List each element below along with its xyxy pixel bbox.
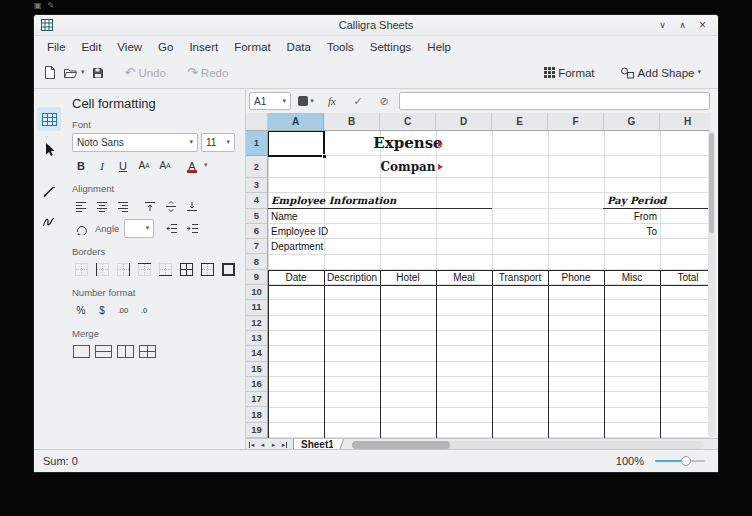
cell-C9[interactable]: Hotel: [380, 270, 436, 285]
new-document-button[interactable]: [43, 65, 56, 80]
merge-horizontal-button[interactable]: [94, 342, 113, 361]
horizontal-scrollbar[interactable]: [352, 441, 704, 449]
selection-border[interactable]: [268, 131, 325, 157]
row-header-2[interactable]: 2: [246, 156, 267, 178]
vertical-scrollbar-handle[interactable]: [709, 133, 714, 233]
border-box-button[interactable]: [198, 260, 216, 279]
freehand-tool-button[interactable]: [37, 209, 61, 233]
column-header-E[interactable]: E: [492, 113, 548, 130]
cell-C1[interactable]: Expense: [324, 131, 492, 156]
cell-B9[interactable]: Description: [324, 270, 380, 285]
column-header-H[interactable]: H: [660, 113, 710, 130]
row-header-16[interactable]: 16: [246, 377, 267, 392]
minimize-button[interactable]: ∨: [655, 18, 670, 33]
row-header-5[interactable]: 5: [246, 209, 267, 224]
column-header-D[interactable]: D: [436, 113, 492, 130]
cell-tool-button[interactable]: [37, 107, 61, 131]
formula-input[interactable]: [399, 92, 710, 110]
row-header-15[interactable]: 15: [246, 362, 267, 377]
open-document-button[interactable]: ▾: [63, 67, 85, 79]
underline-button[interactable]: U: [114, 156, 132, 175]
cell-A4[interactable]: Employee Information: [271, 193, 396, 208]
border-right-button[interactable]: [114, 260, 132, 279]
row-header-18[interactable]: 18: [246, 408, 267, 423]
apply-button[interactable]: ✓: [347, 92, 369, 110]
menu-settings[interactable]: Settings: [362, 39, 420, 55]
horizontal-scrollbar-handle[interactable]: [352, 441, 450, 449]
redo-button[interactable]: ↷ Redo: [187, 66, 228, 80]
select-all-corner[interactable]: [246, 113, 268, 130]
column-header-C[interactable]: C: [380, 113, 436, 130]
text-rotation-button[interactable]: [72, 219, 90, 238]
cell-G5[interactable]: From: [604, 209, 657, 224]
border-all-button[interactable]: [177, 260, 195, 279]
currency-button[interactable]: $: [93, 301, 111, 320]
align-right-button[interactable]: [114, 197, 132, 216]
merge-vertical-button[interactable]: [116, 342, 135, 361]
cell-D9[interactable]: Meal: [436, 270, 492, 285]
angle-spinner[interactable]: ▾: [124, 219, 154, 238]
zoom-slider[interactable]: [655, 455, 705, 467]
format-button[interactable]: Format: [544, 67, 594, 79]
selection-handle[interactable]: [322, 154, 327, 159]
indent-increase-button[interactable]: [183, 219, 201, 238]
indent-decrease-button[interactable]: [162, 219, 180, 238]
border-bottom-button[interactable]: [156, 260, 174, 279]
menu-tools[interactable]: Tools: [319, 39, 362, 55]
bold-button[interactable]: B: [72, 156, 90, 175]
precision-increase-button[interactable]: .00: [114, 301, 132, 320]
cell-G9[interactable]: Misc: [604, 270, 660, 285]
grid-area[interactable]: ExpenseCompanEmployee InformationPay Per…: [268, 131, 710, 438]
subscript-button[interactable]: AA: [156, 156, 174, 175]
column-header-F[interactable]: F: [548, 113, 604, 130]
align-bottom-button[interactable]: [183, 197, 201, 216]
font-color-button[interactable]: A: [183, 156, 201, 175]
close-button[interactable]: ×: [695, 18, 710, 33]
selection-tool-button[interactable]: [37, 137, 61, 161]
row-header-13[interactable]: 13: [246, 331, 267, 346]
merge-cells-button[interactable]: [72, 342, 91, 361]
line-tool-button[interactable]: [37, 179, 61, 203]
border-thick-box-button[interactable]: [219, 260, 237, 279]
align-middle-button[interactable]: [162, 197, 180, 216]
cell-A5[interactable]: Name: [271, 209, 298, 224]
row-header-7[interactable]: 7: [246, 239, 267, 254]
menu-edit[interactable]: Edit: [74, 39, 110, 55]
column-header-B[interactable]: B: [324, 113, 380, 130]
row-header-1[interactable]: 1: [246, 131, 267, 156]
cell-G6[interactable]: To: [604, 224, 657, 239]
row-header-6[interactable]: 6: [246, 224, 267, 239]
border-left-button[interactable]: [93, 260, 111, 279]
add-shape-button[interactable]: Add Shape ▾: [620, 67, 701, 79]
row-header-17[interactable]: 17: [246, 392, 267, 407]
menu-format[interactable]: Format: [226, 39, 278, 55]
align-left-button[interactable]: [72, 197, 90, 216]
row-header-10[interactable]: 10: [246, 285, 267, 300]
unmerge-button[interactable]: [138, 342, 157, 361]
selection-dropdown[interactable]: ▾: [295, 92, 317, 110]
row-header-14[interactable]: 14: [246, 346, 267, 361]
row-header-4[interactable]: 4: [246, 193, 267, 208]
row-header-3[interactable]: 3: [246, 178, 267, 193]
column-header-G[interactable]: G: [604, 113, 660, 130]
row-header-9[interactable]: 9: [246, 270, 267, 285]
border-none-button[interactable]: [72, 260, 90, 279]
align-top-button[interactable]: [141, 197, 159, 216]
cell-C2[interactable]: Compan: [324, 156, 492, 178]
maximize-button[interactable]: ∧: [675, 18, 690, 33]
cell-A7[interactable]: Department: [271, 239, 323, 254]
cell-G4[interactable]: Pay Period: [607, 193, 666, 208]
column-header-A[interactable]: A: [268, 113, 324, 130]
border-top-button[interactable]: [135, 260, 153, 279]
menu-help[interactable]: Help: [419, 39, 459, 55]
row-header-8[interactable]: 8: [246, 255, 267, 270]
menu-file[interactable]: File: [39, 39, 74, 55]
precision-decrease-button[interactable]: .0: [135, 301, 153, 320]
cell-A9[interactable]: Date: [268, 270, 324, 285]
save-button[interactable]: [92, 67, 104, 79]
cell-F9[interactable]: Phone: [548, 270, 604, 285]
align-center-button[interactable]: [93, 197, 111, 216]
vertical-scrollbar[interactable]: [708, 131, 715, 437]
titlebar[interactable]: Calligra Sheets ∨ ∧ ×: [34, 15, 718, 36]
font-size-select[interactable]: 11 ▾: [201, 133, 235, 152]
